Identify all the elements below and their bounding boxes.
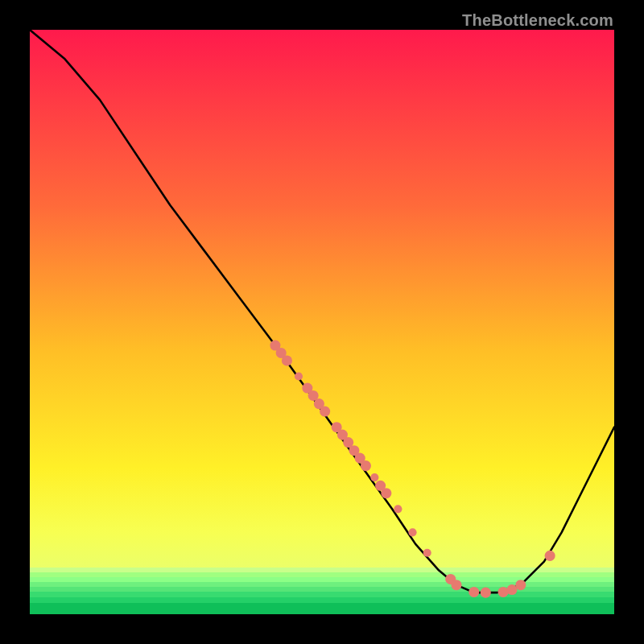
marker-dot [320, 407, 330, 417]
plot-area [30, 30, 614, 614]
marker-dot [282, 355, 292, 365]
marker-dot [361, 460, 371, 471]
marker-dot [423, 549, 431, 557]
marker-dot [394, 505, 402, 513]
marker-dot [469, 587, 479, 597]
marker-dot [451, 580, 461, 590]
curve-layer [30, 30, 614, 614]
chart-container: TheBottleneck.com [0, 0, 644, 644]
marker-dot [515, 580, 526, 590]
marker-dot [381, 488, 391, 498]
curve [30, 30, 614, 592]
marker-dot [370, 473, 378, 481]
marker-dot [408, 528, 416, 536]
marker-dot [481, 588, 491, 598]
marker-dot [545, 551, 555, 561]
marker-dot [295, 372, 303, 380]
watermark-text: TheBottleneck.com [462, 11, 613, 30]
marker-group [270, 341, 555, 598]
